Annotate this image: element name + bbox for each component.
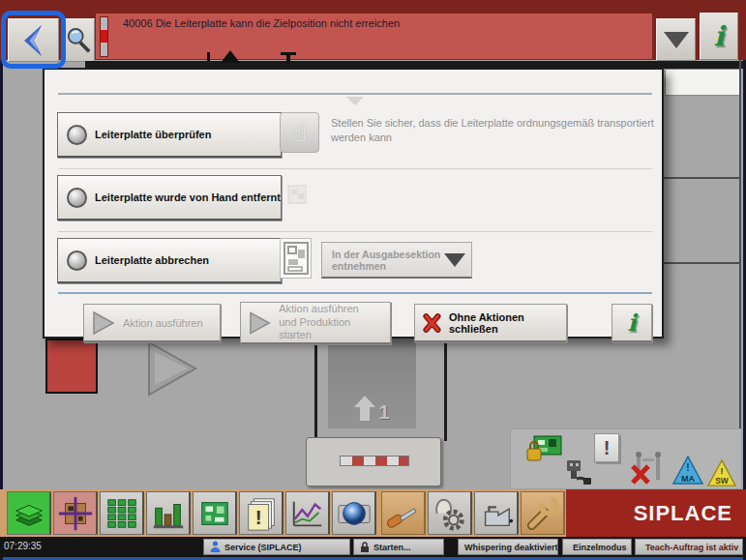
hand-gear-icon <box>432 495 468 532</box>
svg-text:!: ! <box>686 462 689 473</box>
transport-direction-icon <box>145 339 201 402</box>
feeder-matrix-icon <box>104 495 140 532</box>
taskbar-maintenance-button[interactable] <box>474 491 519 535</box>
ma-warning-icon: ! MA <box>671 455 704 486</box>
taskbar: ! <box>0 489 746 537</box>
taskbar-board-position-button[interactable] <box>53 491 98 535</box>
chevron-left-icon <box>17 21 50 60</box>
taskbar-trend-button[interactable] <box>285 491 330 535</box>
board-removed-icon <box>286 182 308 205</box>
screwdriver-icon <box>385 495 422 532</box>
arrow-up-icon <box>354 396 375 421</box>
robot-plug-icon <box>561 458 594 487</box>
taskbar-feeder-table-button[interactable] <box>100 491 144 535</box>
teach-status-segment: ! Teach-Auftrag ist aktiv <box>635 539 743 555</box>
bar-chart-icon <box>150 495 187 532</box>
whispering-segment: Whispering deaktiviert <box>458 539 558 555</box>
error-banner: 40006 Die Leiterplatte kann die Zielposi… <box>95 13 653 60</box>
conveyor-segment[interactable]: 1 <box>328 338 416 428</box>
taskbar-camera-button[interactable] <box>332 491 376 535</box>
conveyor-sensor-mark-stem <box>286 55 290 63</box>
pcb-crosshair-icon <box>57 495 94 532</box>
alert-pages-icon: ! <box>243 495 280 532</box>
row-separator <box>58 231 652 232</box>
taskbar-pcb-view-button[interactable] <box>193 491 237 535</box>
svg-text:!: ! <box>254 506 261 528</box>
user-icon <box>210 541 221 553</box>
back-button[interactable] <box>8 18 59 62</box>
pcb-lock-icon <box>526 435 563 464</box>
line-graph-icon <box>289 495 326 532</box>
message-list-dropdown-button[interactable] <box>656 18 696 61</box>
machine-status-panel: ! ! MA ! SW <box>510 428 742 489</box>
screen: 40006 Die Leiterplatte kann die Zielposi… <box>0 0 746 560</box>
wrench-icon <box>524 495 561 532</box>
svg-text:!: ! <box>720 466 723 476</box>
pcb-outline-icon <box>280 238 312 279</box>
top-bar: 40006 Die Leiterplatte kann die Zielposi… <box>0 0 746 60</box>
taskbar-messages-button[interactable]: ! <box>239 491 283 535</box>
magnifier-button[interactable] <box>62 18 95 62</box>
sw-warning-icon: ! SW <box>706 458 737 487</box>
dialog-bottom-separator <box>58 292 652 294</box>
hand-attention-icon: ☝ <box>280 112 319 153</box>
chevron-down-icon <box>444 253 465 267</box>
svg-text:MA: MA <box>681 474 695 484</box>
play-icon <box>249 310 271 336</box>
dialog-info-button[interactable]: i <box>612 304 652 342</box>
conveyor-rail-left <box>314 339 317 441</box>
top-info-button[interactable]: i <box>700 13 738 60</box>
clock: 07:29:35 <box>4 541 42 551</box>
taskbar-statistics-button[interactable] <box>146 491 191 535</box>
removal-location-dropdown[interactable]: In der Ausgabesektion entnehmen <box>321 242 472 279</box>
siplace-brand-area: SIPLACE <box>566 489 746 537</box>
info-icon: i <box>627 311 636 335</box>
lane-number: 1 <box>378 403 389 421</box>
attention-box-icon: ! <box>594 433 619 462</box>
board-error-block[interactable] <box>45 339 98 394</box>
error-action-dialog: Leiterplatte überprüfen ☝ Stellen Sie si… <box>43 68 664 339</box>
execute-and-start-production-button[interactable]: Aktion ausführen und Produktion starten <box>240 302 391 344</box>
radio-icon <box>67 125 87 145</box>
option-cancel-board-button[interactable]: Leiterplatte abbrechen <box>57 238 282 283</box>
taskbar-manual-operation-button[interactable] <box>428 491 472 535</box>
taskbar-setup-button[interactable] <box>381 491 426 535</box>
camera-lens-icon <box>336 495 373 532</box>
board-stack-icon <box>11 495 47 532</box>
lock-icon <box>360 542 370 553</box>
radio-icon <box>67 188 87 208</box>
red-x-icon <box>423 312 441 334</box>
taskbar-boards-button[interactable] <box>7 491 51 535</box>
option-check-board-button[interactable]: Leiterplatte überprüfen <box>57 112 282 158</box>
machine-state-segment: Starten... <box>353 539 444 555</box>
row-separator <box>58 168 652 169</box>
dialog-top-separator <box>58 93 652 95</box>
collapse-marker-icon <box>346 97 364 105</box>
right-panel-box <box>665 69 741 96</box>
execute-action-button[interactable]: Aktion ausführen <box>83 304 221 342</box>
right-panel-divider <box>664 177 741 179</box>
right-edge-line <box>739 60 741 491</box>
severity-indicator <box>100 16 108 57</box>
single-mode-segment: T Einzelmodus <box>562 539 632 555</box>
barrier-panel[interactable] <box>306 437 441 486</box>
option-board-removed-button[interactable]: Leiterplatte wurde von Hand entfernt <box>57 175 282 221</box>
conveyor-rail-right <box>444 339 447 441</box>
pcb-icon <box>196 495 233 532</box>
taskbar-service-button[interactable] <box>521 491 565 535</box>
right-panel-divider <box>664 262 741 264</box>
user-status-segment: Service (SIPLACE) <box>203 539 350 555</box>
svg-text:SW: SW <box>715 476 729 486</box>
radio-icon <box>67 251 87 271</box>
play-icon <box>92 310 115 336</box>
close-without-actions-button[interactable]: Ohne Aktionen schließen <box>414 304 567 342</box>
siplace-logo: SIPLACE <box>634 501 732 526</box>
conveyor-tick-mark <box>207 52 210 62</box>
barrier-stripes-icon <box>340 456 409 466</box>
option-description: Stellen Sie sicher, dass die Leiterplatt… <box>331 116 665 146</box>
oil-can-icon <box>478 495 515 532</box>
transport-disabled-icon <box>629 451 668 486</box>
status-bar: 07:29:35 Service (SIPLACE) Starten... Wh… <box>0 537 746 557</box>
conveyor-position-marker <box>221 50 240 63</box>
info-icon: i <box>714 23 725 50</box>
